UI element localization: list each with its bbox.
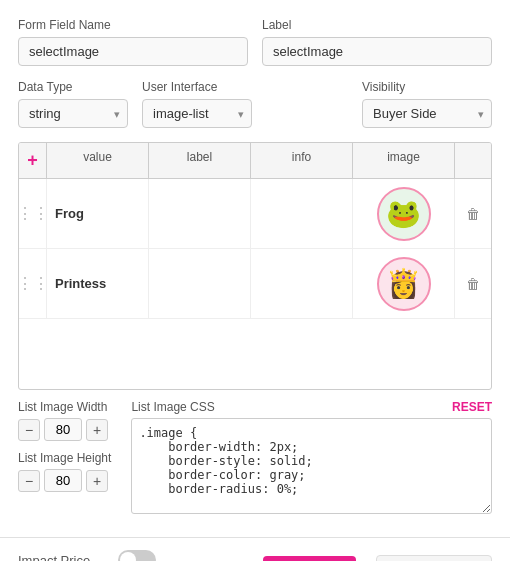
add-row-btn[interactable]: + [19,143,47,178]
form-field-name-input[interactable] [18,37,248,66]
empty-row [19,319,491,389]
impact-price-label: Impact Price [18,553,108,562]
css-label: List Image CSS [131,400,214,414]
form-field-name-label: Form Field Name [18,18,248,32]
height-input[interactable] [44,469,82,492]
size-controls: List Image Width − + List Image Height −… [18,400,111,492]
height-stepper: − + [18,469,111,492]
css-textarea[interactable]: .image { border-width: 2px; border-style… [131,418,492,514]
label-label: Label [262,18,492,32]
height-increment-btn[interactable]: + [86,470,108,492]
height-label: List Image Height [18,451,111,465]
delete-row-1-icon[interactable]: 🗑 [466,206,480,222]
width-decrement-btn[interactable]: − [18,419,40,441]
drag-handle-2[interactable]: ⋮⋮ [19,249,47,318]
col-info: info [251,143,353,178]
width-stepper: − + [18,418,111,441]
info-cell-1 [251,179,353,248]
info-cell-2 [251,249,353,318]
delete-cell-1[interactable]: 🗑 [455,179,491,248]
css-editor-block: List Image CSS RESET .image { border-wid… [131,400,492,517]
data-type-label: Data Type [18,80,128,94]
table-row: ⋮⋮ Frog 🐸 🗑 [19,179,491,249]
user-interface-label: User Interface [142,80,252,94]
table-header: + value label info image [19,143,491,179]
delete-cell-2[interactable]: 🗑 [455,249,491,318]
footer: Impact Price Long Running OK CANCEL [18,538,492,561]
width-label: List Image Width [18,400,111,414]
label-input[interactable] [262,37,492,66]
col-actions [455,143,491,178]
reset-css-btn[interactable]: RESET [452,400,492,414]
options-table: + value label info image ⋮⋮ Frog 🐸 🗑 [18,142,492,390]
value-cell-2: Printess [47,249,149,318]
image-cell-1: 🐸 [353,179,455,248]
width-increment-btn[interactable]: + [86,419,108,441]
visibility-label: Visibility [362,80,492,94]
impact-price-slider [118,550,156,561]
cancel-button[interactable]: CANCEL [376,555,492,561]
toggles-block: Impact Price Long Running [18,550,243,561]
label-cell-1 [149,179,251,248]
visibility-select[interactable]: Buyer Side Seller Side Both [362,99,492,128]
user-interface-select[interactable]: image-list dropdown text [142,99,252,128]
drag-icon: ⋮⋮ [18,206,49,222]
height-decrement-btn[interactable]: − [18,470,40,492]
col-image: image [353,143,455,178]
frog-image: 🐸 [377,187,431,241]
data-type-select[interactable]: string number boolean [18,99,128,128]
princess-image: 👸 [377,257,431,311]
width-stepper-group: List Image Width − + [18,400,111,441]
drag-handle-1[interactable]: ⋮⋮ [19,179,47,248]
value-cell-1: Frog [47,179,149,248]
ok-button[interactable]: OK [263,556,356,561]
delete-row-2-icon[interactable]: 🗑 [466,276,480,292]
css-header: List Image CSS RESET [131,400,492,414]
impact-price-row: Impact Price [18,550,243,561]
col-label: label [149,143,251,178]
table-row: ⋮⋮ Printess 👸 🗑 [19,249,491,319]
drag-icon: ⋮⋮ [18,276,49,292]
width-input[interactable] [44,418,82,441]
image-cell-2: 👸 [353,249,455,318]
impact-price-toggle[interactable] [118,550,156,561]
config-section: List Image Width − + List Image Height −… [18,400,492,517]
height-stepper-group: List Image Height − + [18,451,111,492]
col-value: value [47,143,149,178]
label-cell-2 [149,249,251,318]
